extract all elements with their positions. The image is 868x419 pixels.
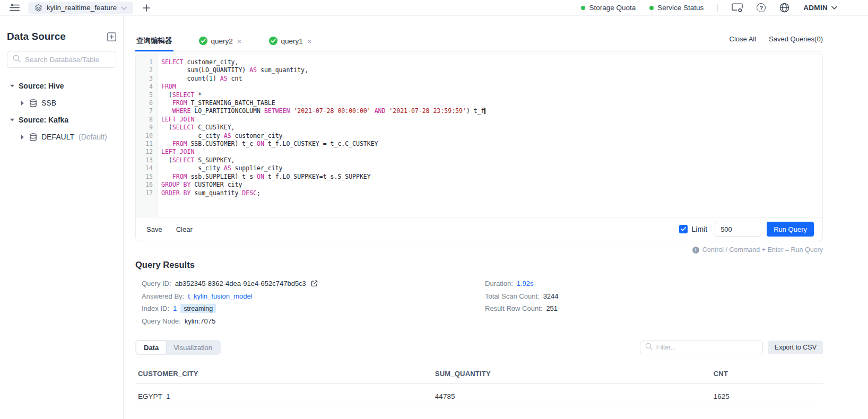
info-icon: i	[692, 247, 699, 254]
limit-checkbox[interactable]	[679, 225, 688, 233]
clear-button[interactable]: Clear	[176, 225, 193, 233]
external-link-icon[interactable]	[311, 280, 318, 287]
topbar-divider	[717, 4, 718, 12]
tab-query1[interactable]: query1×	[268, 30, 314, 51]
status-dot-green	[649, 6, 654, 10]
close-tab-icon[interactable]: ×	[307, 37, 313, 45]
results-toolbar: DataVisualization Export to CSV	[135, 340, 823, 355]
meta-label: Index ID:	[142, 304, 169, 312]
tab-label: query1	[281, 37, 303, 45]
code-line: 6 FROM T_STREAMING_BATCH_TABLE	[136, 99, 822, 107]
code-line: 17ORDER BY sum_quantity DESC;	[136, 189, 822, 197]
sql-code-editor[interactable]: 1SELECT customer_city,2 sum(LO_QUANTITY)…	[136, 54, 822, 217]
code-text: FROM T_STREAMING_BATCH_TABLE	[158, 99, 275, 107]
code-text: LEFT JOIN	[158, 116, 194, 124]
meta-row: Result Row Count:251	[485, 302, 559, 315]
caret-down-icon	[10, 118, 14, 121]
column-header[interactable]: CNT	[711, 370, 823, 384]
tree-group-1[interactable]: Source: Kafka	[7, 111, 116, 128]
service-status[interactable]: Service Status	[649, 4, 704, 12]
code-text: GROUP BY CUSTOMER_city	[158, 181, 242, 189]
run-query-button[interactable]: Run Query	[767, 222, 814, 237]
success-check-icon	[269, 37, 277, 45]
storage-quota-status[interactable]: Storage Quota	[581, 4, 636, 12]
code-line: 15 FROM ssb.SUPPLIER) t_s ON t_f.LO_SUPP…	[136, 173, 822, 181]
globe-language-icon[interactable]	[779, 3, 789, 13]
view-tab-visualization[interactable]: Visualization	[166, 341, 220, 354]
chevron-down-icon	[831, 6, 837, 10]
code-line: 13 (SELECT S_SUPPKEY,	[136, 156, 822, 164]
tree-item-ssb[interactable]: SSB	[7, 94, 116, 111]
query-results-meta: Query ID:ab352345-8362-4dea-91e4-652c747…	[135, 277, 823, 327]
external-link-icon[interactable]	[311, 280, 318, 287]
meta-row: Index ID:1streaming	[142, 302, 485, 315]
sidebar-search-input[interactable]	[25, 56, 110, 64]
code-text: FROM SSB.CUSTOMER) t_c ON t_f.LO_CUSTKEY…	[158, 140, 378, 148]
code-line: 9 (SELECT C_CUSTKEY,	[136, 124, 822, 132]
new-tab-icon[interactable]	[143, 4, 150, 12]
code-line: 2 sum(LO_QUANTITY) AS sum_quantity,	[136, 66, 822, 74]
table-cell: 44785	[432, 384, 711, 407]
user-menu[interactable]: ADMIN	[803, 4, 837, 12]
view-switcher: DataVisualization	[135, 340, 221, 355]
code-text: s_city AS supplier_city	[158, 164, 283, 172]
close-all-button[interactable]: Close All	[730, 35, 757, 43]
tab-query-editor[interactable]: 查询编辑器	[135, 30, 173, 51]
streaming-badge: streaming	[180, 304, 216, 313]
username: ADMIN	[803, 4, 828, 12]
console-monitor-icon[interactable]	[732, 3, 743, 13]
meta-label: Total Scan Count:	[485, 292, 540, 300]
line-number: 14	[136, 164, 158, 172]
column-header[interactable]: SUM_QUANTITY	[432, 370, 711, 384]
close-tab-icon[interactable]: ×	[237, 37, 242, 45]
line-number: 6	[136, 99, 158, 107]
code-line: 14 s_city AS supplier_city	[136, 164, 822, 172]
sidebar-search[interactable]	[7, 51, 116, 68]
help-icon[interactable]: ?	[757, 3, 766, 12]
meta-label: Query ID:	[142, 280, 171, 287]
line-number: 7	[136, 107, 158, 115]
tree-group-0[interactable]: Source: Hive	[7, 77, 116, 94]
meta-value[interactable]: 1.92s	[517, 280, 534, 287]
code-text: WHERE LO_PARTITIONCOLUMN BETWEEN '2021-0…	[158, 107, 485, 115]
code-line: 1SELECT customer_city,	[136, 58, 822, 66]
export-csv-button[interactable]: Export to CSV	[768, 341, 823, 354]
code-text: FROM ssb.SUPPLIER) t_s ON t_f.LO_SUPPKEY…	[158, 173, 371, 181]
collapse-sidebar-icon[interactable]	[10, 4, 20, 12]
limit-input[interactable]	[715, 222, 761, 237]
add-datasource-icon[interactable]	[107, 32, 116, 41]
filter-box[interactable]	[640, 341, 763, 354]
query-tabbar: 查询编辑器 query2×query1× Close All Saved Que…	[135, 30, 823, 51]
code-text: SELECT customer_city,	[158, 58, 238, 66]
shortcut-hint: i Control / Command + Enter = Run Query	[135, 246, 823, 254]
save-button[interactable]: Save	[146, 225, 162, 233]
topbar: kylin_realtime_feature Storage Quota Ser…	[0, 0, 868, 16]
meta-value[interactable]: 1	[173, 304, 177, 312]
code-line: 4FROM	[136, 83, 822, 91]
line-number: 17	[136, 189, 158, 197]
column-header[interactable]: CUSTOMER_CITY	[135, 370, 432, 384]
chevron-down-icon	[121, 4, 127, 12]
search-icon	[645, 343, 653, 352]
view-tab-data[interactable]: Data	[136, 341, 166, 354]
code-line: 12LEFT JOIN	[136, 148, 822, 156]
meta-label: Duration:	[485, 280, 513, 287]
filter-input[interactable]	[656, 344, 758, 351]
meta-label: Query Node:	[142, 317, 181, 325]
saved-queries-button[interactable]: Saved Queries(0)	[769, 35, 823, 43]
code-line: 11 FROM SSB.CUSTOMER) t_c ON t_f.LO_CUST…	[136, 140, 822, 148]
meta-row: Total Scan Count:3244	[485, 290, 559, 303]
tree-item-default[interactable]: DEFAULT(Default)	[7, 128, 116, 145]
meta-value[interactable]: t_kylin_fusion_model	[188, 292, 252, 300]
tab-query2[interactable]: query2×	[198, 30, 244, 51]
tree-item-suffix: (Default)	[79, 133, 107, 141]
line-number: 16	[136, 181, 158, 189]
database-icon	[29, 133, 37, 141]
table-cell: EGYPT 1	[135, 384, 432, 407]
code-text: (SELECT C_CUSTKEY,	[158, 124, 235, 132]
code-line: 7 WHERE LO_PARTITIONCOLUMN BETWEEN '2021…	[136, 107, 822, 115]
project-selector[interactable]: kylin_realtime_feature	[28, 2, 133, 14]
line-number: 15	[136, 173, 158, 181]
line-number: 10	[136, 132, 158, 140]
tree-group-label: Source: Kafka	[19, 116, 68, 124]
